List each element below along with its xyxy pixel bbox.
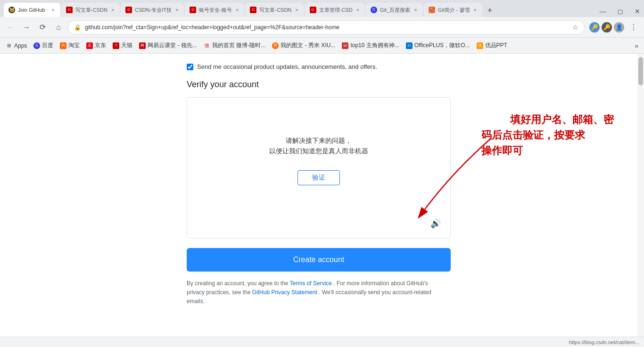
tab-csdn-3[interactable]: C CSDN-专业IT技 × xyxy=(121,3,184,17)
profile-icon[interactable]: 👤 xyxy=(614,22,624,33)
create-account-button[interactable]: Create account xyxy=(187,248,451,272)
browser-menu-button[interactable]: ⋮ xyxy=(627,21,640,33)
refresh-button[interactable]: ⟳ xyxy=(36,21,49,34)
bookmark-apps[interactable]: ⊞ Apps xyxy=(6,42,27,49)
privacy-statement-link[interactable]: GitHub Privacy Statement xyxy=(252,289,317,296)
ext-icon-1[interactable]: 🔑 xyxy=(589,22,600,33)
tab7-close[interactable]: × xyxy=(413,6,418,14)
tabs-row: 🐱 Join GitHub · × C 写文章-CSDN × C CSDN-专业… xyxy=(0,0,644,17)
tab4-close[interactable]: × xyxy=(235,6,239,14)
legal-line2: . For more information about GitHub's xyxy=(333,280,428,287)
vertical-scrollbar[interactable] xyxy=(637,54,644,337)
bookmark-officeplus[interactable]: O OfficePLUS，微软O... xyxy=(406,41,470,50)
captcha-box: 请解决接下来的问题， 以便让我们知道您是真人而非机器 验证 🔊 xyxy=(187,97,451,239)
bookmark-taobao-label: 淘宝 xyxy=(68,41,80,50)
bookmarks-more-button[interactable]: » xyxy=(635,42,638,50)
tab5-label: 写文章-CSDN xyxy=(259,7,291,14)
tab3-label: CSDN-专业IT技 xyxy=(135,7,172,14)
new-tab-button[interactable]: + xyxy=(483,4,496,17)
tab3-close[interactable]: × xyxy=(174,6,179,14)
jd-bookmark-icon: 京 xyxy=(86,42,93,49)
status-url-text: https://blog.csdn.net/cat/item... xyxy=(569,339,639,345)
captcha-line2: 以便让我们知道您是真人而非机器 xyxy=(269,146,368,156)
tab2-close[interactable]: × xyxy=(110,6,115,14)
github-tab-icon: 🐱 xyxy=(8,7,15,13)
tab1-label: Join GitHub · xyxy=(18,7,48,13)
ext-icon-1-symbol: 🔑 xyxy=(591,24,598,31)
rocket-tab-icon: 🚀 xyxy=(429,7,435,13)
bookmark-weibo[interactable]: 微 我的首页 微博-随时... xyxy=(204,41,265,50)
url-text: github.com/join?ref_cta=Sign+up&ref_loc=… xyxy=(85,24,569,31)
verify-account-heading: Verify your account xyxy=(187,80,451,90)
tab6-close[interactable]: × xyxy=(355,6,360,14)
tab-git-intro[interactable]: 🚀 Git简介 - 廖雪 × xyxy=(424,3,482,17)
checkbox-label: Send me occasional product updates, anno… xyxy=(197,63,377,70)
url-bar[interactable]: 🔒 github.com/join?ref_cta=Sign+up&ref_lo… xyxy=(68,20,585,34)
bookmark-baidu-label: 百度 xyxy=(42,41,53,50)
tab4-label: 账号安全-账号 xyxy=(199,7,232,14)
status-bar: https://blog.csdn.net/cat/item... xyxy=(0,337,644,347)
bookmark-jd[interactable]: 京 京东 xyxy=(86,41,106,50)
wangyi-bookmark-icon: 网 xyxy=(139,42,146,49)
bookmark-apps-label: Apps xyxy=(14,42,27,49)
wps-bookmark-icon: W xyxy=(342,42,348,49)
bookmark-xiumi[interactable]: 秀 我的图文 - 秀米 XIU... xyxy=(272,41,335,50)
legal-line3: privacy practices, see the xyxy=(187,289,250,296)
scrollbar-thumb[interactable] xyxy=(638,57,643,85)
officeplus-bookmark-icon: O xyxy=(406,42,413,49)
bookmark-wangyi-label: 网易云课堂 - 领先... xyxy=(148,41,197,50)
tab-join-github[interactable]: 🐱 Join GitHub · × xyxy=(4,3,60,17)
captcha-line1: 请解决接下来的问题， xyxy=(269,135,368,146)
legal-text: By creating an account, you agree to the… xyxy=(187,279,451,306)
tab-csdn-6[interactable]: C 文章管理-CSD × xyxy=(305,3,365,17)
page-content: Send me occasional product updates, anno… xyxy=(0,54,637,337)
extension-icons: 🔑 🔑 👤 xyxy=(589,22,624,33)
bookmark-tianmao[interactable]: T 天猫 xyxy=(113,41,132,50)
page-with-scroll: Send me occasional product updates, anno… xyxy=(0,54,644,337)
weibo-bookmark-icon: 微 xyxy=(204,42,210,49)
product-updates-checkbox[interactable] xyxy=(187,64,193,70)
minimize-button[interactable]: — xyxy=(596,6,610,17)
tab1-close[interactable]: × xyxy=(51,6,56,14)
audio-icon[interactable]: 🔊 xyxy=(430,218,441,229)
terms-of-service-link[interactable]: Terms of Service xyxy=(290,280,332,287)
bookmark-youpinppt-label: 优品PPT xyxy=(485,41,507,50)
tab8-close[interactable]: × xyxy=(473,6,478,14)
verify-button[interactable]: 验证 xyxy=(297,170,340,185)
maximize-button[interactable]: ◻ xyxy=(614,6,627,17)
bookmark-youpinppt[interactable]: 优 优品PPT xyxy=(477,41,507,50)
bookmark-wps[interactable]: W top10 主角拥有神... xyxy=(342,41,399,50)
tab2-label: 写文章-CSDN xyxy=(75,7,107,14)
tab5-close[interactable]: × xyxy=(294,6,299,14)
bookmark-wangyi[interactable]: 网 网易云课堂 - 领先... xyxy=(139,41,197,50)
bookmark-taobao[interactable]: 淘 淘宝 xyxy=(60,41,80,50)
address-bar: ← → ⟳ ⌂ 🔒 github.com/join?ref_cta=Sign+u… xyxy=(0,17,644,38)
bookmark-wps-label: top10 主角拥有神... xyxy=(350,41,399,50)
profile-icon-symbol: 👤 xyxy=(616,24,623,31)
back-button[interactable]: ← xyxy=(4,21,17,34)
lock-icon: 🔒 xyxy=(74,24,81,31)
tab-csdn-2[interactable]: C 写文章-CSDN × xyxy=(61,3,120,17)
baidu-bookmark-icon: 百 xyxy=(33,42,40,49)
tab-csdn-4[interactable]: C 账号安全-账号 × xyxy=(185,3,244,17)
bookmark-jd-label: 京东 xyxy=(95,41,106,50)
bookmark-baidu[interactable]: 百 百度 xyxy=(33,41,53,50)
tianmao-bookmark-icon: T xyxy=(113,42,119,49)
baidu-tab-icon: 百 xyxy=(371,7,377,13)
checkbox-row: Send me occasional product updates, anno… xyxy=(187,63,451,70)
window-controls: — ◻ ✕ xyxy=(596,6,644,17)
tab-baidu[interactable]: 百 Git_百度搜索 × xyxy=(366,3,423,17)
captcha-footer: 🔊 xyxy=(197,214,441,229)
ext-icon-2[interactable]: 🔑 xyxy=(602,22,612,33)
home-button[interactable]: ⌂ xyxy=(52,21,65,34)
close-window-button[interactable]: ✕ xyxy=(631,6,644,17)
tab-csdn-5[interactable]: C 写文章-CSDN × xyxy=(245,3,304,17)
taobao-bookmark-icon: 淘 xyxy=(60,42,66,49)
legal-line1: By creating an account, you agree to the xyxy=(187,280,288,287)
tab6-label: 文章管理-CSD xyxy=(319,7,353,14)
bookmarks-bar: ⊞ Apps 百 百度 淘 淘宝 京 京东 T 天猫 网 网易云课堂 - 领先.… xyxy=(0,38,644,54)
youpinppt-bookmark-icon: 优 xyxy=(477,42,483,49)
tab8-label: Git简介 - 廖雪 xyxy=(438,7,470,14)
bookmark-star-icon[interactable]: ☆ xyxy=(572,24,578,31)
forward-button[interactable]: → xyxy=(20,21,33,34)
